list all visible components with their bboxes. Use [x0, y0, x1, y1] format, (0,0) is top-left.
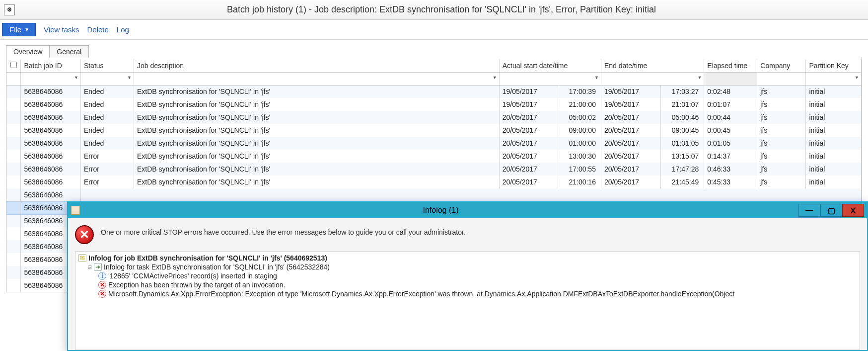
cell-batch-id: 5638646086	[21, 111, 80, 124]
cell-company: jfs	[757, 163, 806, 176]
col-company[interactable]: Company	[757, 59, 806, 72]
cell-start-date: 19/05/2017	[499, 98, 558, 111]
cell-status: Ended	[80, 98, 134, 111]
tree-error-2[interactable]: ✕ Microsoft.Dynamics.Ax.Xpp.ErrorExcepti…	[78, 289, 857, 298]
cell-elapsed: 0:02:48	[704, 85, 757, 98]
row-checkbox[interactable]	[6, 111, 21, 124]
tree-task[interactable]: ⊟ ➜ Infolog for task ExtDB synchronisati…	[78, 263, 857, 271]
infolog-titlebar[interactable]: Infolog (1) — ▢ x	[68, 202, 867, 218]
row-checkbox[interactable]	[6, 150, 21, 163]
tree-task-label: Infolog for task ExtDB synchronisation f…	[104, 263, 330, 271]
cell-partition: initial	[806, 98, 862, 111]
table-row[interactable]: 5638646086ErrorExtDB synchronisation for…	[6, 163, 862, 176]
infolog-title: Infolog (1)	[83, 206, 798, 215]
cell-partition: initial	[806, 85, 862, 98]
col-description[interactable]: Job description	[134, 59, 499, 72]
tab-overview[interactable]: Overview	[6, 45, 50, 58]
cell-status: Error	[80, 150, 134, 163]
table-row[interactable]: 5638646086ErrorExtDB synchronisation for…	[6, 176, 862, 188]
cell-end-time: 17:03:27	[661, 85, 704, 98]
filter-dropdown-icon[interactable]: ▼	[127, 75, 132, 80]
row-checkbox[interactable]	[6, 176, 21, 188]
tree-root[interactable]: ✉ Infolog for job ExtDB synchronisation …	[78, 254, 857, 263]
tree-info[interactable]: i '12865' 'CCMActivePrices' record(s) in…	[78, 271, 857, 280]
log-menu[interactable]: Log	[117, 25, 129, 34]
window-title: Batch job history (1) - Job description:…	[19, 4, 864, 15]
table-row[interactable]: 5638646086EndedExtDB synchronisation for…	[6, 124, 862, 137]
filter-elapsed[interactable]	[704, 72, 757, 85]
row-checkbox[interactable]	[6, 85, 21, 98]
cell-company: jfs	[757, 85, 806, 98]
filter-dropdown-icon[interactable]: ▼	[697, 75, 702, 80]
filter-dropdown-icon[interactable]: ▼	[855, 75, 859, 80]
cell-company: jfs	[757, 176, 806, 188]
cell-partition: initial	[806, 111, 862, 124]
filter-description[interactable]: ▼	[134, 72, 499, 85]
row-checkbox[interactable]	[6, 98, 21, 111]
row-checkbox[interactable]	[6, 163, 21, 176]
maximize-button[interactable]: ▢	[820, 204, 842, 217]
row-checkbox[interactable]	[6, 137, 21, 150]
col-end[interactable]: End date/time	[601, 59, 704, 72]
cell-partition: initial	[806, 150, 862, 163]
infolog-summary: One or more critical STOP errors have oc…	[101, 225, 466, 236]
cell-batch-id: 5638646086	[21, 85, 80, 98]
close-button[interactable]: x	[842, 204, 864, 217]
col-start[interactable]: Actual start date/time	[499, 59, 601, 72]
tree-info-label: '12865' 'CCMActivePrices' record(s) inse…	[108, 272, 277, 280]
filter-partition[interactable]: ▼	[806, 72, 862, 85]
row-checkbox[interactable]	[6, 124, 21, 137]
filter-batch-id[interactable]: ▼	[21, 72, 80, 85]
table-row[interactable]: 5638646086ErrorExtDB synchronisation for…	[6, 150, 862, 163]
filter-start[interactable]: ▼	[499, 72, 601, 85]
cell-elapsed: 0:01:07	[704, 98, 757, 111]
cell-status: Ended	[80, 137, 134, 150]
cell-batch-id: 5638646086	[21, 176, 80, 188]
cell-batch-id: 5638646086	[21, 124, 80, 137]
cell-description: ExtDB synchronisation for 'SQLNCLI' in '…	[134, 163, 499, 176]
col-batch-id[interactable]: Batch job ID	[21, 59, 80, 72]
cell-end-date: 20/05/2017	[601, 176, 660, 188]
cell-status: Ended	[80, 85, 134, 98]
filter-dropdown-icon[interactable]: ▼	[594, 75, 599, 80]
filter-dropdown-icon[interactable]: ▼	[493, 75, 497, 80]
tree-error-2-label: Microsoft.Dynamics.Ax.Xpp.ErrorException…	[108, 290, 734, 298]
cell-batch-id: 5638646086	[21, 163, 80, 176]
cell-description: ExtDB synchronisation for 'SQLNCLI' in '…	[134, 85, 499, 98]
filter-status[interactable]: ▼	[80, 72, 134, 85]
view-tasks-menu[interactable]: View tasks	[44, 25, 79, 34]
cell-end-time: 13:15:07	[661, 150, 704, 163]
table-row[interactable]: 5638646086EndedExtDB synchronisation for…	[6, 137, 862, 150]
select-all-checkbox[interactable]	[6, 59, 21, 72]
delete-menu[interactable]: Delete	[87, 25, 109, 34]
col-status[interactable]: Status	[80, 59, 134, 72]
table-row[interactable]: 5638646086EndedExtDB synchronisation for…	[6, 85, 862, 98]
tab-general[interactable]: General	[49, 45, 89, 58]
minimize-button[interactable]: —	[798, 204, 820, 217]
cell-start-date: 19/05/2017	[499, 85, 558, 98]
cell-partition: initial	[806, 124, 862, 137]
cell-elapsed: 0:46:33	[704, 163, 757, 176]
table-row[interactable]: 5638646086	[6, 188, 862, 201]
filter-company[interactable]	[757, 72, 806, 85]
tree-error-1[interactable]: ✕ Exception has been thrown by the targe…	[78, 280, 857, 289]
cell-end-date: 20/05/2017	[601, 163, 660, 176]
minimize-icon: —	[805, 206, 813, 215]
filter-end[interactable]: ▼	[601, 72, 704, 85]
cell-status: Ended	[80, 111, 134, 124]
file-menu-button[interactable]: File ▼	[2, 23, 36, 36]
infolog-tree[interactable]: ✉ Infolog for job ExtDB synchronisation …	[75, 251, 860, 350]
cell-end-time: 09:00:45	[661, 124, 704, 137]
filter-dropdown-icon[interactable]: ▼	[74, 75, 78, 80]
infolog-icon	[71, 206, 80, 215]
cell-end-time: 01:01:05	[661, 137, 704, 150]
cell-end-date: 19/05/2017	[601, 85, 660, 98]
cell-start-date: 20/05/2017	[499, 111, 558, 124]
col-elapsed[interactable]: Elapsed time	[704, 59, 757, 72]
col-partition[interactable]: Partition Key	[806, 59, 862, 72]
cell-end-date: 19/05/2017	[601, 98, 660, 111]
table-row[interactable]: 5638646086EndedExtDB synchronisation for…	[6, 98, 862, 111]
table-row[interactable]: 5638646086EndedExtDB synchronisation for…	[6, 111, 862, 124]
cell-description: ExtDB synchronisation for 'SQLNCLI' in '…	[134, 124, 499, 137]
cell-end-date: 20/05/2017	[601, 124, 660, 137]
